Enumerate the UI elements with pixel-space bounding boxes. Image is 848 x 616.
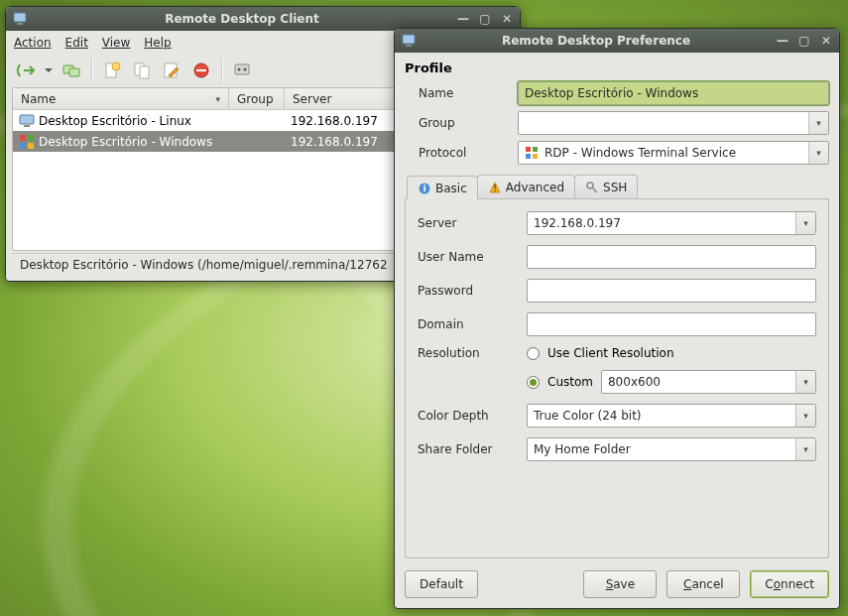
domain-label: Domain — [418, 317, 515, 331]
username-label: User Name — [418, 250, 515, 264]
resolution-value: 800x600 — [608, 375, 661, 389]
password-input[interactable] — [527, 279, 816, 303]
svg-point-5 — [112, 62, 120, 70]
chevron-down-icon[interactable]: ▾ — [795, 212, 815, 234]
tab-basic[interactable]: iBasic — [407, 176, 478, 199]
sort-indicator-icon: ▾ — [215, 94, 220, 104]
group-combo[interactable]: ▾ — [518, 111, 829, 135]
toolbar-connect-dropdown[interactable] — [42, 57, 56, 84]
cancel-button[interactable]: Cancel — [666, 570, 740, 598]
group-label: Group — [419, 116, 508, 130]
menu-view[interactable]: View — [102, 36, 130, 50]
toolbar-preferences-button[interactable] — [228, 57, 256, 84]
close-icon[interactable]: ✕ — [819, 34, 833, 48]
domain-input[interactable] — [527, 312, 816, 336]
protocol-value: RDP - Windows Terminal Service — [545, 146, 736, 160]
column-group[interactable]: Group — [229, 88, 285, 109]
toolbar-edit-button[interactable] — [158, 57, 185, 84]
chevron-down-icon[interactable]: ▾ — [808, 142, 828, 164]
svg-rect-11 — [235, 64, 249, 74]
toolbar-copy-button[interactable] — [58, 57, 85, 84]
svg-rect-7 — [140, 66, 149, 78]
server-input[interactable] — [534, 212, 793, 234]
radio-client[interactable] — [527, 347, 540, 360]
sharefolder-label: Share Folder — [418, 442, 515, 456]
name-label: Name — [419, 86, 508, 100]
save-button[interactable]: Save — [583, 570, 657, 598]
warning-icon: ! — [488, 181, 502, 194]
sharefolder-select[interactable]: My Home Folder▾ — [527, 437, 816, 461]
preference-window: Remote Desktop Preference — ▢ ✕ Profile … — [394, 28, 840, 609]
button-bar: Default Save Cancel Connect — [405, 570, 829, 598]
tab-advanced[interactable]: !Advanced — [477, 175, 575, 198]
svg-rect-21 — [406, 45, 412, 47]
svg-rect-0 — [14, 13, 26, 22]
colordepth-select[interactable]: True Color (24 bit)▾ — [527, 404, 816, 428]
column-name[interactable]: Name▾ — [13, 88, 229, 109]
tab-ssh[interactable]: SSH — [574, 175, 638, 198]
chevron-down-icon[interactable]: ▾ — [795, 405, 815, 427]
svg-rect-3 — [69, 68, 79, 76]
chevron-down-icon[interactable]: ▾ — [795, 438, 815, 460]
minimize-icon[interactable]: — — [776, 34, 789, 48]
pref-titlebar[interactable]: Remote Desktop Preference — ▢ ✕ — [395, 29, 839, 53]
svg-rect-25 — [533, 154, 538, 159]
svg-rect-18 — [20, 143, 26, 149]
svg-rect-19 — [28, 143, 34, 149]
svg-text:i: i — [423, 184, 425, 193]
svg-rect-16 — [20, 135, 26, 141]
tab-basic-pane: Server ▾ User Name Password Domain Resol… — [405, 199, 829, 558]
svg-rect-24 — [526, 154, 531, 159]
protocol-select[interactable]: RDP - Windows Terminal Service ▾ — [518, 141, 829, 165]
minimize-icon[interactable]: — — [456, 12, 470, 26]
chevron-down-icon[interactable]: ▾ — [808, 112, 828, 134]
password-label: Password — [418, 284, 515, 298]
protocol-label: Protocol — [419, 146, 508, 160]
resolution-label: Resolution — [418, 346, 515, 360]
toolbar-new-button[interactable] — [98, 57, 126, 84]
connect-button[interactable]: Connect — [750, 570, 829, 598]
main-title: Remote Desktop Client — [34, 12, 450, 26]
close-icon[interactable]: ✕ — [500, 12, 514, 26]
windows-icon — [19, 134, 35, 150]
svg-rect-14 — [20, 115, 34, 124]
svg-rect-20 — [403, 35, 415, 44]
pref-title: Remote Desktop Preference — [423, 34, 770, 48]
monitor-icon — [19, 113, 35, 129]
svg-rect-1 — [17, 23, 23, 25]
tabs: iBasic !Advanced SSH — [405, 175, 829, 199]
colordepth-value: True Color (24 bit) — [534, 409, 642, 423]
svg-rect-17 — [28, 135, 34, 141]
app-icon — [12, 11, 28, 27]
svg-text:!: ! — [493, 185, 497, 193]
name-input[interactable] — [518, 81, 829, 105]
default-button[interactable]: Default — [405, 570, 478, 598]
radio-client-label: Use Client Resolution — [547, 346, 674, 360]
svg-point-13 — [244, 68, 247, 71]
menu-help[interactable]: Help — [144, 36, 171, 50]
menu-action[interactable]: Action — [14, 36, 52, 50]
resolution-client-row[interactable]: Use Client Resolution — [527, 346, 816, 360]
svg-rect-10 — [196, 69, 206, 71]
app-icon — [401, 33, 417, 49]
svg-point-12 — [238, 68, 241, 71]
toolbar-connect-button[interactable] — [12, 57, 40, 84]
toolbar-duplicate-button[interactable] — [128, 57, 156, 84]
resolution-select[interactable]: 800x600▾ — [601, 370, 816, 394]
maximize-icon[interactable]: ▢ — [478, 12, 492, 26]
maximize-icon[interactable]: ▢ — [797, 34, 811, 48]
server-combo[interactable]: ▾ — [527, 211, 816, 235]
menu-edit[interactable]: Edit — [65, 36, 88, 50]
group-input[interactable] — [525, 112, 806, 134]
username-input[interactable] — [527, 245, 816, 269]
radio-custom-label: Custom — [547, 375, 593, 389]
profile-heading: Profile — [405, 61, 829, 75]
chevron-down-icon[interactable]: ▾ — [795, 371, 815, 393]
list-item-name: Desktop Escritório - Linux — [39, 114, 191, 128]
radio-custom[interactable] — [527, 376, 540, 389]
list-item-name: Desktop Escritório - Windows — [39, 135, 212, 149]
svg-rect-15 — [24, 125, 30, 127]
toolbar-delete-button[interactable] — [187, 57, 215, 84]
svg-rect-23 — [533, 147, 538, 152]
sharefolder-value: My Home Folder — [534, 442, 631, 456]
